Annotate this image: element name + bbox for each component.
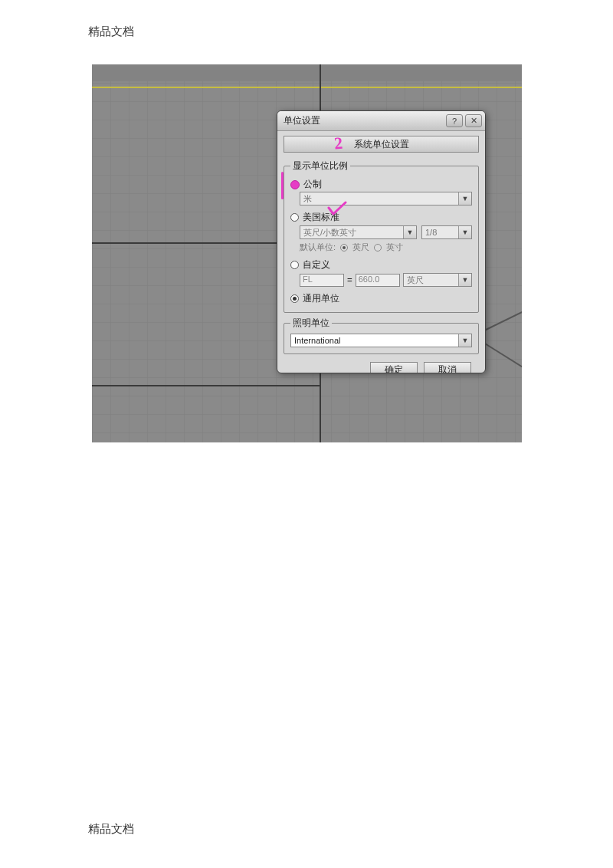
screenshot-region: 单位设置 ? ✕ 系统单位设置 显示单位比例 公制 米 ▼ 美国标准	[92, 64, 522, 442]
dialog-titlebar[interactable]: 单位设置 ? ✕	[277, 111, 485, 131]
display-unit-scale-group: 显示单位比例 公制 米 ▼ 美国标准 英尺/小数英寸 ▼	[284, 160, 479, 313]
cancel-button[interactable]: 取消	[424, 362, 471, 373]
lighting-units-group: 照明单位 International ▼	[284, 317, 479, 354]
custom-unit-combo[interactable]: 英尺 ▼	[403, 273, 472, 287]
display-unit-scale-legend: 显示单位比例	[290, 160, 350, 172]
custom-row: FL = 660.0 英尺 ▼	[300, 273, 472, 287]
default-unit-feet-label: 英尺	[352, 242, 369, 253]
lighting-units-value: International	[294, 336, 341, 345]
help-button[interactable]: ?	[446, 114, 463, 127]
default-unit-feet-radio[interactable]	[340, 244, 348, 252]
custom-label: 自定义	[303, 259, 330, 271]
close-button[interactable]: ✕	[465, 114, 482, 127]
radio-generic[interactable]	[290, 294, 299, 303]
us-combo-fraction-value: 1/8	[425, 228, 437, 237]
default-unit-row: 默认单位: 英尺 英寸	[300, 242, 472, 253]
system-units-button[interactable]: 系统单位设置	[284, 136, 479, 153]
default-unit-label: 默认单位:	[300, 242, 336, 253]
custom-unit-combo-value: 英尺	[407, 275, 424, 286]
chevron-down-icon[interactable]: ▼	[458, 226, 471, 238]
custom-value-input[interactable]: 660.0	[356, 274, 400, 287]
axis-yellow-h-right	[321, 87, 522, 88]
radio-custom[interactable]	[290, 261, 299, 269]
dialog-body: 系统单位设置 显示单位比例 公制 米 ▼ 美国标准 英尺/小数英寸	[277, 131, 485, 373]
axis-dark-h-bottom	[92, 385, 320, 386]
annotation-mark-1	[281, 172, 284, 199]
annotation-mark-2: 2	[333, 133, 343, 154]
radio-row-us[interactable]: 美国标准	[290, 212, 472, 223]
dialog-buttons: 确定 取消	[284, 359, 479, 373]
metric-combo[interactable]: 米 ▼	[300, 192, 472, 205]
chevron-down-icon[interactable]: ▼	[458, 274, 471, 286]
viewport-top-band	[92, 64, 522, 81]
us-combo-format-value: 英尺/小数英寸	[303, 227, 356, 238]
radio-row-metric[interactable]: 公制	[290, 179, 472, 190]
radio-us[interactable]	[290, 213, 299, 222]
annotation-checkmark	[327, 201, 347, 216]
chevron-down-icon[interactable]: ▼	[458, 334, 471, 347]
ok-button[interactable]: 确定	[370, 362, 418, 373]
equals-sign: =	[347, 275, 352, 284]
radio-row-generic[interactable]: 通用单位	[290, 293, 472, 304]
lighting-units-combo[interactable]: International ▼	[290, 334, 472, 347]
radio-row-custom[interactable]: 自定义	[290, 259, 472, 271]
dialog-title: 单位设置	[284, 114, 320, 127]
lighting-units-legend: 照明单位	[290, 317, 332, 329]
generic-label: 通用单位	[303, 293, 339, 304]
axis-dark-v-bottom	[320, 386, 321, 442]
us-combo-fraction[interactable]: 1/8 ▼	[421, 225, 472, 239]
units-setup-dialog: 单位设置 ? ✕ 系统单位设置 显示单位比例 公制 米 ▼ 美国标准	[277, 110, 486, 373]
custom-prefix-input[interactable]: FL	[300, 274, 344, 287]
axis-yellow-h-left	[92, 87, 320, 88]
default-unit-inch-radio[interactable]	[374, 244, 382, 252]
chevron-down-icon[interactable]: ▼	[458, 192, 471, 205]
page-header: 精品文档	[88, 25, 134, 39]
default-unit-inch-label: 英寸	[386, 242, 403, 253]
metric-combo-value: 米	[303, 193, 312, 205]
page-footer: 精品文档	[88, 822, 134, 837]
metric-label: 公制	[303, 179, 322, 190]
radio-metric[interactable]	[290, 180, 300, 189]
chevron-down-icon[interactable]: ▼	[403, 226, 416, 238]
us-combo-format[interactable]: 英尺/小数英寸 ▼	[300, 225, 417, 239]
